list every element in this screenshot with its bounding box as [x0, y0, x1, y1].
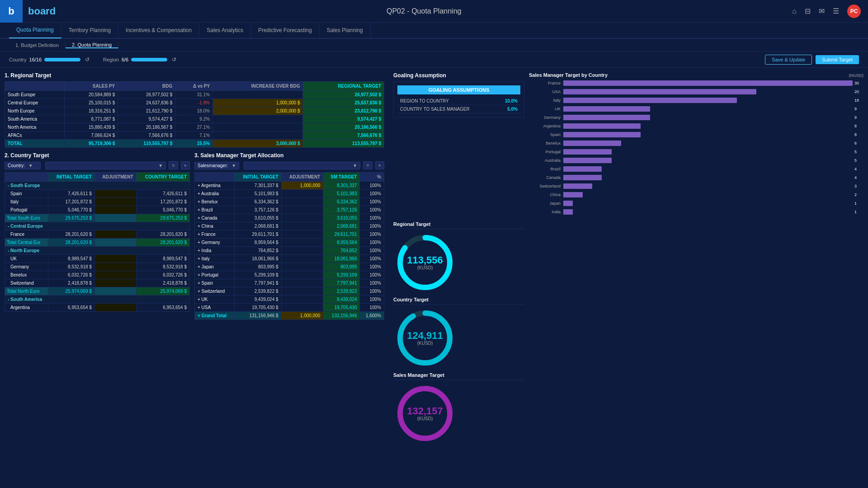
message-icon[interactable]: ✉ [819, 7, 825, 15]
tab-sales-analytics[interactable]: Sales Analytics [199, 22, 251, 38]
col-country-target: COUNTRY TARGET [136, 173, 189, 182]
sm-filter-btn[interactable]: = [363, 161, 372, 169]
region-refresh-icon[interactable]: ↺ [172, 56, 176, 63]
table-row: + USA [195, 304, 235, 312]
logo-icon: b [0, 0, 23, 23]
sub-nav: 1. Budget Definition 2. Quota Planning [0, 39, 868, 52]
country-progress-bar [44, 58, 80, 61]
table-row: + Argentina [195, 182, 235, 190]
country-progress-fill [44, 58, 80, 61]
table-row: + Grand Total [195, 312, 235, 320]
goaling-row: COUNTRY TO SALES MANAGER 5.0% [397, 105, 520, 113]
table-row: Total North Euro [5, 287, 48, 296]
donut-title: Sales Manager Target [393, 372, 524, 380]
table-row: Benelux [5, 271, 48, 279]
donut-chart: 132,157 (KUSD) [393, 382, 457, 445]
col-adjustment: ADJUSTMENT [94, 173, 136, 182]
table-row: + Portugal [195, 271, 235, 279]
country-add-btn[interactable]: + [181, 161, 190, 169]
col-country-name [5, 173, 48, 182]
table-row: Germany [5, 263, 48, 271]
sm-target-section: 3. Sales Manager Target Allocation Sales… [194, 152, 384, 320]
table-row: South Europe [5, 91, 65, 99]
country-filter-progress: 16/16 ↺ [29, 56, 90, 63]
menu-icon[interactable]: ☰ [833, 7, 839, 15]
region-filter-progress: 6/6 ↺ [122, 56, 176, 63]
col-initial-target: INITIAL TARGET [48, 173, 95, 182]
bar-chart-container: France 30 USA 20 Italy 18 UK 9 Germany 9… [529, 80, 863, 216]
table-row: + India [195, 247, 235, 255]
table-row: Switzerland [5, 279, 48, 287]
sm-add-btn[interactable]: + [375, 161, 384, 169]
table-row: Argentina [5, 304, 48, 312]
goaling-section: GOALING ASSUMPTIONS REGION TO COUNTRY 10… [393, 81, 524, 117]
donuts-container: Regional Target 113,556 (KUSD) Country T… [393, 221, 524, 445]
table-row: + China [195, 222, 235, 230]
col-region [5, 82, 65, 91]
table-row: + Japan [195, 263, 235, 271]
col-sales-py: SALES PY [65, 82, 118, 91]
col-sm-adj: ADJUSTMENT [281, 173, 323, 182]
country-filter-row: Country: ▼ ▼ = + [5, 161, 190, 169]
sm-dropdown[interactable]: Salesmanager: ▼ [194, 162, 239, 169]
donut-chart: 113,556 (KUSD) [393, 231, 457, 294]
country-dropdown[interactable]: Country: ▼ [5, 162, 41, 169]
filter-bar: Country 16/16 ↺ Region 6/6 ↺ Save & Upda… [0, 52, 868, 68]
donut-title: Regional Target [393, 221, 524, 229]
region-progress-fill [131, 58, 167, 61]
main-nav: Quota Planning Territory Planning Incent… [0, 23, 868, 39]
user-avatar[interactable]: PC [847, 5, 861, 18]
table-row: North Europe [5, 107, 65, 115]
sub-tab-budget[interactable]: 1. Budget Definition [9, 42, 66, 48]
submit-target-button[interactable]: Submit Target [816, 55, 859, 64]
tab-quota-planning[interactable]: Quota Planning [9, 22, 61, 38]
table-row: North America [5, 123, 65, 131]
bar-row: UK 9 [529, 105, 863, 113]
tab-predictive[interactable]: Predictive Forecasting [251, 22, 320, 38]
country-filter-btn[interactable]: = [169, 161, 178, 169]
sm-dropdown2[interactable]: ▼ [244, 162, 360, 169]
country-refresh-icon[interactable]: ↺ [85, 56, 90, 63]
layout-icon[interactable]: ⊟ [805, 7, 811, 15]
main-content: 1. Regional Target SALES PY BDG Δ vs PY … [0, 68, 868, 488]
donut-chart: 124,911 (KUSD) [393, 306, 457, 370]
table-row: + France [195, 230, 235, 239]
save-update-button[interactable]: Save & Update [765, 55, 812, 65]
country-filter-label: Country [9, 57, 27, 62]
sub-tab-quota[interactable]: 2. Quota Planning [66, 42, 118, 48]
table-row: France [5, 230, 48, 239]
bar-row: Japan 1 [529, 200, 863, 207]
table-row: Total Central Eur [5, 239, 48, 247]
country-target-section: 2. Country Target Country: ▼ ▼ = + [5, 152, 190, 320]
table-row: TOTAL [5, 140, 65, 148]
col-vs-py: Δ vs PY [175, 82, 213, 91]
right-top: Goaling Assumption GOALING ASSUMPTIONS R… [393, 72, 863, 217]
lower-section: 2. Country Target Country: ▼ ▼ = + [5, 152, 384, 320]
bar-row: Switzerland 3 [529, 183, 863, 190]
tab-sales-planning[interactable]: Sales Planning [320, 22, 371, 38]
donut-value: 124,911 (KUSD) [407, 331, 443, 346]
table-row: Spain [5, 190, 48, 198]
bar-row: Germany 9 [529, 114, 863, 121]
bar-row: USA 20 [529, 88, 863, 95]
donut-title: Country Target [393, 297, 524, 305]
goaling-rows: REGION TO COUNTRY 10.0% COUNTRY TO SALES… [397, 97, 520, 113]
header: b board QP02 - Quota Planning ⌂ ⊟ ✉ ☰ PC [0, 0, 868, 23]
home-icon[interactable]: ⌂ [792, 7, 797, 15]
donut-value: 113,556 (KUSD) [407, 255, 443, 270]
region-filter-label: Region [103, 57, 119, 62]
brand-name: board [28, 5, 56, 17]
col-increase-bdg: INCREASE OVER BDG [213, 82, 303, 91]
bar-chart-panel: Sales Manager Target by Country (MUSD) F… [529, 72, 863, 217]
bar-row: India 1 [529, 208, 863, 216]
region-progress-bar [131, 58, 167, 61]
col-sm-name [195, 173, 235, 182]
country-dropdown2[interactable]: ▼ [45, 162, 166, 169]
col-sm-target: SM TARGET [323, 173, 360, 182]
table-row: + UK [195, 296, 235, 304]
donuts-panel: Regional Target 113,556 (KUSD) Country T… [393, 221, 524, 445]
table-row: + Brazil [195, 206, 235, 214]
tab-incentives[interactable]: Incentives & Compensation [118, 22, 199, 38]
table-row: South America [5, 115, 65, 123]
tab-territory-planning[interactable]: Territory Planning [61, 22, 118, 38]
